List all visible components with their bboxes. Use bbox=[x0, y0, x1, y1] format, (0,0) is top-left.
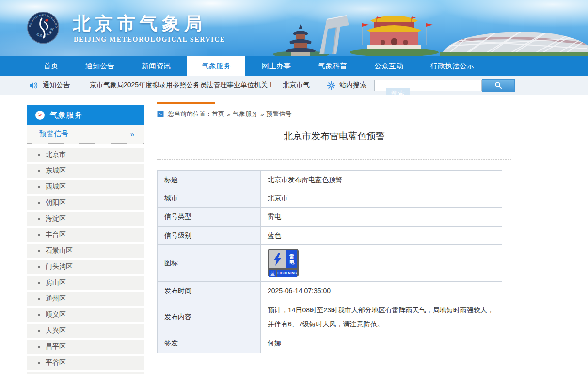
site-subtitle: BEIJING METEOROLOGICAL SERVICE bbox=[74, 36, 225, 44]
row-value: 预计，14日08时至23时我市大部分地区有雷阵雨天气，局地短时雨强较大，并伴有6… bbox=[261, 300, 502, 334]
double-arrow-icon: » bbox=[130, 130, 134, 138]
snowflake-icon bbox=[327, 81, 335, 90]
notice-ticker-link-1[interactable]: 京市气象局2025年度拟录用参照公务员法管理事业单位机关工作 bbox=[90, 81, 271, 90]
table-row: 签发 何娜 bbox=[158, 334, 502, 353]
sidebar-item-daxing[interactable]: 大兴区 bbox=[27, 324, 144, 338]
square-bullet-icon bbox=[38, 234, 40, 236]
hidden-search-button: 搜索 bbox=[386, 88, 410, 95]
sidebar-item-shunyi[interactable]: 顺义区 bbox=[27, 308, 144, 322]
row-label: 发布时间 bbox=[158, 281, 261, 300]
row-value: 2025-06-14 07:35:00 bbox=[261, 281, 502, 300]
notice-divider bbox=[78, 82, 78, 89]
row-value: 何娜 bbox=[261, 334, 502, 353]
row-label: 信号类型 bbox=[158, 208, 261, 226]
sidebar-item-mentougou[interactable]: 门头沟区 bbox=[27, 260, 144, 274]
cctv-tower-silhouette bbox=[319, 16, 349, 54]
warning-detail-table: 标题 北京市发布雷电蓝色预警 城市 北京市 信号类型 雷电 信号级别 蓝色 图标 bbox=[157, 170, 502, 353]
beijing-landmarks-illustration bbox=[273, 0, 588, 56]
nav-item-news[interactable]: 新闻资讯 bbox=[133, 56, 179, 76]
sidebar-item-huairou[interactable]: 怀柔区 bbox=[27, 372, 144, 374]
row-value: 北京市 bbox=[261, 189, 502, 208]
sidebar-item-beijing[interactable]: 北京市 bbox=[27, 148, 144, 162]
table-row: 信号级别 蓝色 bbox=[158, 226, 502, 244]
notice-bar: 通知公告 京市气象局2025年度拟录用参照公务员法管理事业单位机关工作 北京市气… bbox=[0, 76, 588, 95]
red-chevron-icon: > bbox=[35, 111, 45, 120]
sidebar-item-fangshan[interactable]: 房山区 bbox=[27, 276, 144, 290]
table-row: 图标 雷 电 bbox=[158, 244, 502, 281]
sidebar-item-haidian[interactable]: 海淀区 bbox=[27, 212, 144, 226]
square-bullet-icon bbox=[38, 362, 40, 364]
nav-item-public-interaction[interactable]: 公众互动 bbox=[366, 56, 412, 76]
sidebar-item-changping[interactable]: 昌平区 bbox=[27, 340, 144, 354]
tiananmen-silhouette bbox=[350, 16, 439, 56]
breadcrumb-current-link[interactable]: 预警信号 bbox=[266, 110, 291, 118]
lightning-blue-warning-icon: 雷 电 蓝 LIGHTNING bbox=[268, 249, 299, 277]
site-title: 北京市气象局 bbox=[73, 12, 207, 36]
main-content: ↘ 您当前的位置： 首页 » 气象服务 » 预警信号 北京市发布雷电蓝色预警 标… bbox=[157, 95, 511, 353]
sidebar-item-fengtai[interactable]: 丰台区 bbox=[27, 228, 144, 242]
page-body: > 气象服务 预警信号 » 北京市 东城区 西城区 朝阳区 海淀区 丰台区 石景… bbox=[0, 95, 588, 374]
row-label: 信号级别 bbox=[158, 226, 261, 244]
nav-item-weather-services[interactable]: 气象服务 bbox=[187, 56, 245, 76]
notice-ticker-link-2[interactable]: 北京市气 bbox=[283, 81, 311, 90]
square-bullet-icon bbox=[38, 314, 40, 316]
sidebar-item-tongzhou[interactable]: 通州区 bbox=[27, 292, 144, 306]
square-bullet-icon bbox=[38, 154, 40, 156]
table-row: 城市 北京市 bbox=[158, 189, 502, 208]
square-bullet-icon bbox=[38, 170, 40, 172]
square-bullet-icon bbox=[38, 330, 40, 332]
breadcrumb-home-link[interactable]: 首页 bbox=[212, 110, 224, 118]
table-row: 发布内容 预计，14日08时至23时我市大部分地区有雷阵雨天气，局地短时雨强较大… bbox=[158, 300, 502, 334]
temple-of-heaven-silhouette bbox=[286, 24, 316, 56]
sidebar: > 气象服务 预警信号 » 北京市 东城区 西城区 朝阳区 海淀区 丰台区 石景… bbox=[27, 105, 144, 374]
breadcrumb-prefix: 您当前的位置： bbox=[168, 110, 212, 118]
row-label: 图标 bbox=[158, 244, 261, 281]
warning-level-badge: 蓝 bbox=[269, 270, 276, 277]
sidebar-item-dongcheng[interactable]: 东城区 bbox=[27, 164, 144, 178]
row-value: 雷电 bbox=[261, 208, 502, 226]
table-row: 发布时间 2025-06-14 07:35:00 bbox=[158, 281, 502, 300]
square-bullet-icon bbox=[38, 218, 40, 220]
sidebar-item-warning-signals[interactable]: 预警信号 » bbox=[27, 125, 144, 144]
row-value: 雷 电 蓝 LIGHTNING bbox=[261, 244, 502, 281]
row-label: 城市 bbox=[158, 189, 261, 208]
nav-item-law-enforcement[interactable]: 行政执法公示 bbox=[422, 56, 483, 76]
main-navigation: 首页 通知公告 新闻资讯 气象服务 网上办事 气象科普 公众互动 行政执法公示 bbox=[0, 56, 588, 76]
square-bullet-icon bbox=[38, 266, 40, 268]
square-bullet-icon bbox=[38, 250, 40, 252]
nav-item-home[interactable]: 首页 bbox=[35, 56, 67, 76]
square-bullet-icon bbox=[38, 346, 40, 348]
notice-bar-label: 通知公告 bbox=[43, 81, 70, 90]
sidebar-item-xicheng[interactable]: 西城区 bbox=[27, 180, 144, 194]
orange-accent-bar bbox=[157, 102, 215, 104]
speaker-icon bbox=[29, 82, 38, 89]
search-button[interactable] bbox=[482, 79, 515, 92]
breadcrumb-section-link[interactable]: 气象服务 bbox=[233, 110, 258, 118]
district-list: 北京市 东城区 西城区 朝阳区 海淀区 丰台区 石景山区 门头沟区 房山区 通州… bbox=[27, 148, 144, 374]
sidebar-item-chaoyang[interactable]: 朝阳区 bbox=[27, 196, 144, 210]
site-search-label: 站内搜索 bbox=[339, 81, 366, 90]
row-label: 发布内容 bbox=[158, 300, 261, 334]
row-label: 签发 bbox=[158, 334, 261, 353]
breadcrumb: ↘ 您当前的位置： 首页 » 气象服务 » 预警信号 bbox=[157, 110, 511, 118]
row-label: 标题 bbox=[158, 171, 261, 189]
sidebar-title: 气象服务 bbox=[49, 110, 82, 121]
square-bullet-icon bbox=[38, 202, 40, 204]
birds-nest-stadium-silhouette bbox=[440, 28, 588, 56]
square-bullet-icon bbox=[38, 282, 40, 284]
site-logo: BEIJING METEOROLOGICAL SERVICE 北京市气象局 bbox=[27, 11, 60, 44]
nav-item-online-services[interactable]: 网上办事 bbox=[253, 56, 300, 76]
sidebar-item-pinggu[interactable]: 平谷区 bbox=[27, 356, 144, 370]
table-row: 标题 北京市发布雷电蓝色预警 bbox=[158, 171, 502, 189]
meteorological-service-logo-icon: BEIJING METEOROLOGICAL SERVICE 北京市气象局 bbox=[27, 11, 60, 44]
sidebar-item-shijingshan[interactable]: 石景山区 bbox=[27, 244, 144, 258]
nav-item-notices[interactable]: 通知公告 bbox=[77, 56, 123, 76]
sidebar-submenu-label: 预警信号 bbox=[39, 130, 68, 139]
site-banner: BEIJING METEOROLOGICAL SERVICE 北京市气象局 北京… bbox=[0, 0, 588, 56]
row-value: 蓝色 bbox=[261, 226, 502, 244]
nav-item-science[interactable]: 气象科普 bbox=[309, 56, 356, 76]
warning-type-en: LIGHTNING bbox=[277, 270, 297, 277]
row-value: 北京市发布雷电蓝色预警 bbox=[261, 171, 502, 189]
location-arrow-icon: ↘ bbox=[157, 111, 164, 117]
lightning-bolt-icon bbox=[269, 250, 286, 268]
